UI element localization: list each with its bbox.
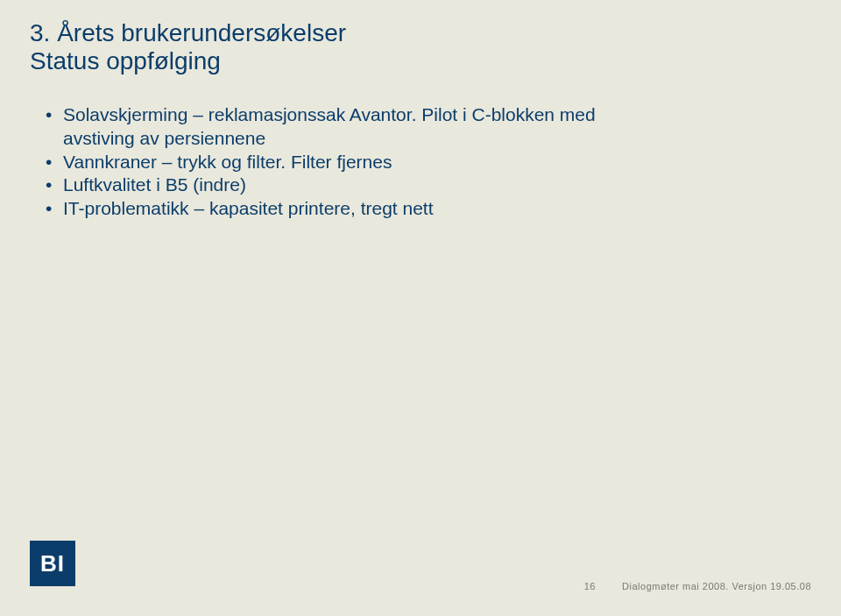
bullet-item: Solavskjerming – reklamasjonssak Avantor… <box>46 103 811 126</box>
bullet-item: Luftkvalitet i B5 (indre) <box>46 173 811 196</box>
page-number: 16 <box>584 581 596 591</box>
heading-line-1: 3. Årets brukerundersøkelser <box>30 19 811 47</box>
slide-content: 3. Årets brukerundersøkelser Status oppf… <box>0 0 841 219</box>
bullet-item-continuation: avstiving av persiennene <box>46 127 811 150</box>
heading-line-2: Status oppfølging <box>30 47 811 75</box>
bullet-item: IT-problematikk – kapasitet printere, tr… <box>46 197 811 220</box>
bullet-item: Vannkraner – trykk og filter. Filter fje… <box>46 151 811 173</box>
bi-logo: BI <box>30 541 75 586</box>
bi-logo-text: BI <box>40 550 65 577</box>
footer-note: Dialogmøter mai 2008. Versjon 19.05.08 <box>622 581 811 591</box>
bullet-list: Solavskjerming – reklamasjonssak Avantor… <box>46 103 811 219</box>
